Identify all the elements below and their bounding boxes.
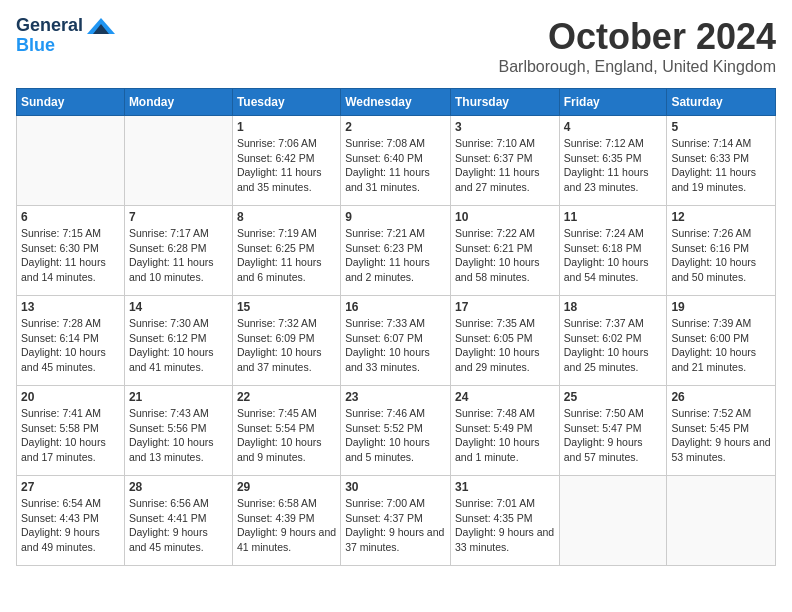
calendar-header-wednesday: Wednesday	[341, 89, 451, 116]
day-info: Sunrise: 7:46 AM Sunset: 5:52 PM Dayligh…	[345, 406, 446, 465]
calendar-week-2: 6Sunrise: 7:15 AM Sunset: 6:30 PM Daylig…	[17, 206, 776, 296]
location-title: Barlborough, England, United Kingdom	[498, 58, 776, 76]
day-number: 10	[455, 210, 555, 224]
calendar-cell: 2Sunrise: 7:08 AM Sunset: 6:40 PM Daylig…	[341, 116, 451, 206]
calendar-header-monday: Monday	[124, 89, 232, 116]
day-info: Sunrise: 7:32 AM Sunset: 6:09 PM Dayligh…	[237, 316, 336, 375]
day-number: 15	[237, 300, 336, 314]
month-title: October 2024	[498, 16, 776, 58]
calendar-week-1: 1Sunrise: 7:06 AM Sunset: 6:42 PM Daylig…	[17, 116, 776, 206]
day-number: 13	[21, 300, 120, 314]
day-info: Sunrise: 7:21 AM Sunset: 6:23 PM Dayligh…	[345, 226, 446, 285]
calendar-cell: 18Sunrise: 7:37 AM Sunset: 6:02 PM Dayli…	[559, 296, 667, 386]
day-info: Sunrise: 7:39 AM Sunset: 6:00 PM Dayligh…	[671, 316, 771, 375]
day-info: Sunrise: 7:15 AM Sunset: 6:30 PM Dayligh…	[21, 226, 120, 285]
logo-blue: Blue	[16, 36, 55, 56]
day-info: Sunrise: 7:50 AM Sunset: 5:47 PM Dayligh…	[564, 406, 663, 465]
day-number: 14	[129, 300, 228, 314]
calendar-cell: 14Sunrise: 7:30 AM Sunset: 6:12 PM Dayli…	[124, 296, 232, 386]
day-info: Sunrise: 7:19 AM Sunset: 6:25 PM Dayligh…	[237, 226, 336, 285]
day-info: Sunrise: 7:48 AM Sunset: 5:49 PM Dayligh…	[455, 406, 555, 465]
calendar-cell: 12Sunrise: 7:26 AM Sunset: 6:16 PM Dayli…	[667, 206, 776, 296]
calendar-cell	[124, 116, 232, 206]
calendar-cell: 8Sunrise: 7:19 AM Sunset: 6:25 PM Daylig…	[232, 206, 340, 296]
calendar-week-5: 27Sunrise: 6:54 AM Sunset: 4:43 PM Dayli…	[17, 476, 776, 566]
day-number: 5	[671, 120, 771, 134]
calendar-cell: 17Sunrise: 7:35 AM Sunset: 6:05 PM Dayli…	[450, 296, 559, 386]
day-number: 19	[671, 300, 771, 314]
day-number: 23	[345, 390, 446, 404]
calendar-header-tuesday: Tuesday	[232, 89, 340, 116]
day-info: Sunrise: 7:30 AM Sunset: 6:12 PM Dayligh…	[129, 316, 228, 375]
day-info: Sunrise: 7:26 AM Sunset: 6:16 PM Dayligh…	[671, 226, 771, 285]
day-number: 3	[455, 120, 555, 134]
calendar-cell: 1Sunrise: 7:06 AM Sunset: 6:42 PM Daylig…	[232, 116, 340, 206]
calendar-week-3: 13Sunrise: 7:28 AM Sunset: 6:14 PM Dayli…	[17, 296, 776, 386]
day-number: 9	[345, 210, 446, 224]
day-number: 4	[564, 120, 663, 134]
day-number: 24	[455, 390, 555, 404]
calendar-cell: 19Sunrise: 7:39 AM Sunset: 6:00 PM Dayli…	[667, 296, 776, 386]
calendar-cell	[559, 476, 667, 566]
calendar-cell: 5Sunrise: 7:14 AM Sunset: 6:33 PM Daylig…	[667, 116, 776, 206]
calendar-cell	[17, 116, 125, 206]
day-number: 20	[21, 390, 120, 404]
day-number: 31	[455, 480, 555, 494]
calendar-cell: 6Sunrise: 7:15 AM Sunset: 6:30 PM Daylig…	[17, 206, 125, 296]
day-info: Sunrise: 6:54 AM Sunset: 4:43 PM Dayligh…	[21, 496, 120, 555]
day-number: 6	[21, 210, 120, 224]
calendar-cell: 27Sunrise: 6:54 AM Sunset: 4:43 PM Dayli…	[17, 476, 125, 566]
day-info: Sunrise: 7:08 AM Sunset: 6:40 PM Dayligh…	[345, 136, 446, 195]
day-number: 2	[345, 120, 446, 134]
day-info: Sunrise: 7:24 AM Sunset: 6:18 PM Dayligh…	[564, 226, 663, 285]
day-info: Sunrise: 7:00 AM Sunset: 4:37 PM Dayligh…	[345, 496, 446, 555]
calendar-cell: 29Sunrise: 6:58 AM Sunset: 4:39 PM Dayli…	[232, 476, 340, 566]
calendar-cell: 20Sunrise: 7:41 AM Sunset: 5:58 PM Dayli…	[17, 386, 125, 476]
day-info: Sunrise: 7:22 AM Sunset: 6:21 PM Dayligh…	[455, 226, 555, 285]
calendar-cell: 7Sunrise: 7:17 AM Sunset: 6:28 PM Daylig…	[124, 206, 232, 296]
calendar-cell: 3Sunrise: 7:10 AM Sunset: 6:37 PM Daylig…	[450, 116, 559, 206]
day-number: 18	[564, 300, 663, 314]
day-info: Sunrise: 7:17 AM Sunset: 6:28 PM Dayligh…	[129, 226, 228, 285]
day-number: 8	[237, 210, 336, 224]
calendar-cell: 11Sunrise: 7:24 AM Sunset: 6:18 PM Dayli…	[559, 206, 667, 296]
calendar-cell: 22Sunrise: 7:45 AM Sunset: 5:54 PM Dayli…	[232, 386, 340, 476]
calendar-cell: 4Sunrise: 7:12 AM Sunset: 6:35 PM Daylig…	[559, 116, 667, 206]
day-number: 21	[129, 390, 228, 404]
calendar-cell: 16Sunrise: 7:33 AM Sunset: 6:07 PM Dayli…	[341, 296, 451, 386]
calendar-cell: 24Sunrise: 7:48 AM Sunset: 5:49 PM Dayli…	[450, 386, 559, 476]
calendar-cell: 26Sunrise: 7:52 AM Sunset: 5:45 PM Dayli…	[667, 386, 776, 476]
page-header: General Blue October 2024 Barlborough, E…	[16, 16, 776, 76]
day-number: 29	[237, 480, 336, 494]
day-number: 28	[129, 480, 228, 494]
logo-general: General	[16, 16, 83, 36]
calendar-header-sunday: Sunday	[17, 89, 125, 116]
day-info: Sunrise: 7:45 AM Sunset: 5:54 PM Dayligh…	[237, 406, 336, 465]
day-number: 11	[564, 210, 663, 224]
calendar-cell: 28Sunrise: 6:56 AM Sunset: 4:41 PM Dayli…	[124, 476, 232, 566]
day-info: Sunrise: 7:28 AM Sunset: 6:14 PM Dayligh…	[21, 316, 120, 375]
day-number: 17	[455, 300, 555, 314]
calendar-cell: 25Sunrise: 7:50 AM Sunset: 5:47 PM Dayli…	[559, 386, 667, 476]
calendar-cell	[667, 476, 776, 566]
calendar-header-saturday: Saturday	[667, 89, 776, 116]
calendar-cell: 21Sunrise: 7:43 AM Sunset: 5:56 PM Dayli…	[124, 386, 232, 476]
calendar-header-row: SundayMondayTuesdayWednesdayThursdayFrid…	[17, 89, 776, 116]
day-number: 22	[237, 390, 336, 404]
day-info: Sunrise: 6:56 AM Sunset: 4:41 PM Dayligh…	[129, 496, 228, 555]
calendar-week-4: 20Sunrise: 7:41 AM Sunset: 5:58 PM Dayli…	[17, 386, 776, 476]
day-info: Sunrise: 7:10 AM Sunset: 6:37 PM Dayligh…	[455, 136, 555, 195]
calendar-header-thursday: Thursday	[450, 89, 559, 116]
logo-icon	[87, 18, 115, 34]
day-info: Sunrise: 7:35 AM Sunset: 6:05 PM Dayligh…	[455, 316, 555, 375]
calendar-cell: 23Sunrise: 7:46 AM Sunset: 5:52 PM Dayli…	[341, 386, 451, 476]
day-number: 7	[129, 210, 228, 224]
calendar-cell: 13Sunrise: 7:28 AM Sunset: 6:14 PM Dayli…	[17, 296, 125, 386]
day-info: Sunrise: 7:06 AM Sunset: 6:42 PM Dayligh…	[237, 136, 336, 195]
title-section: October 2024 Barlborough, England, Unite…	[498, 16, 776, 76]
calendar-cell: 15Sunrise: 7:32 AM Sunset: 6:09 PM Dayli…	[232, 296, 340, 386]
calendar-cell: 9Sunrise: 7:21 AM Sunset: 6:23 PM Daylig…	[341, 206, 451, 296]
day-info: Sunrise: 7:52 AM Sunset: 5:45 PM Dayligh…	[671, 406, 771, 465]
day-number: 27	[21, 480, 120, 494]
day-number: 12	[671, 210, 771, 224]
